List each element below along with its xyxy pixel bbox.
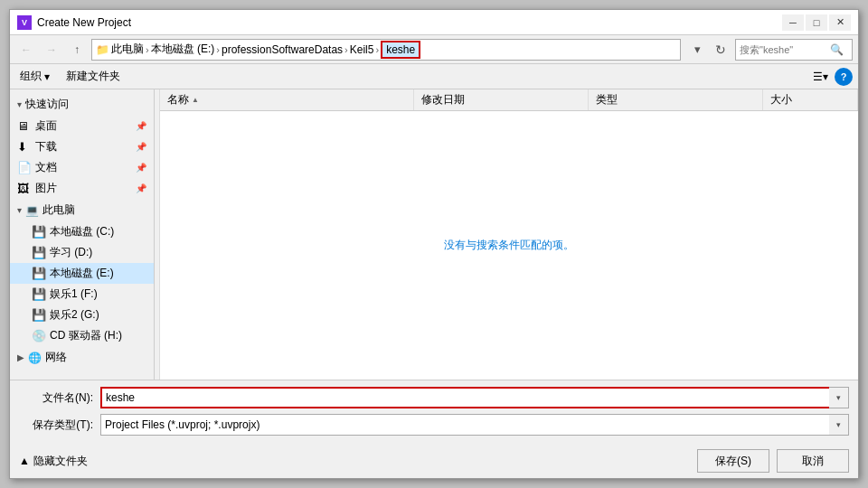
- column-date[interactable]: 修改日期: [414, 89, 589, 110]
- save-button[interactable]: 保存(S): [697, 449, 769, 473]
- entertainment-g-icon: 💾: [32, 308, 46, 322]
- sidebar-learning-d-label: 学习 (D:): [50, 245, 92, 260]
- filetype-select-wrapper: Project Files (*.uvproj; *.uvprojx) ▾: [100, 414, 849, 436]
- sidebar-this-pc-label: 此电脑: [42, 202, 75, 218]
- column-size[interactable]: 大小: [763, 89, 858, 110]
- sidebar-quick-access-header[interactable]: ▾ 快速访问: [10, 93, 154, 116]
- sidebar-network-label: 网络: [45, 350, 67, 365]
- sidebar-local-c-label: 本地磁盘 (C:): [50, 224, 114, 239]
- sidebar-entertainment-f-label: 娱乐1 (F:): [50, 286, 98, 302]
- learning-d-icon: 💾: [32, 246, 46, 259]
- footer: ▲ 隐藏文件夹 保存(S) 取消: [10, 446, 858, 478]
- folder-icon: 📁: [96, 43, 109, 56]
- dropdown-arrow-icon: ▾: [836, 393, 841, 402]
- cd-h-icon: 💿: [32, 329, 46, 343]
- sidebar-item-downloads[interactable]: ⬇ 下载 📌: [10, 136, 154, 157]
- close-button[interactable]: ✕: [829, 14, 851, 31]
- dropdown-icon: ▾: [694, 42, 701, 56]
- breadcrumb-locale[interactable]: 本地磁盘 (E:): [151, 42, 215, 57]
- sidebar-item-entertainment-g[interactable]: 💾 娱乐2 (G:): [10, 305, 154, 325]
- file-area: 名称 ▲ 修改日期 类型 大小 没有与搜索条件匹配的项。: [160, 89, 858, 380]
- nav-toolbar: ← → ↑ 📁 此电脑 › 本地磁盘 (E:) › professionSoft…: [10, 35, 858, 64]
- title-bar-left: V Create New Project: [17, 15, 131, 30]
- breadcrumb-profession[interactable]: professionSoftwareDatas: [222, 43, 343, 56]
- filetype-row: 保存类型(T): Project Files (*.uvproj; *.uvpr…: [19, 413, 849, 436]
- hide-folders-toggle[interactable]: ▲ 隐藏文件夹: [19, 454, 88, 469]
- search-box[interactable]: 🔍: [735, 39, 853, 61]
- sidebar-item-local-c[interactable]: 💾 本地磁盘 (C:): [10, 221, 154, 242]
- breadcrumb-sep4: ›: [375, 44, 379, 55]
- sidebar-pictures-label: 图片: [35, 181, 57, 196]
- bottom-form-area: 文件名(N): ▾ 保存类型(T): Project Files (*.uvpr…: [10, 380, 858, 446]
- help-button[interactable]: ?: [835, 68, 853, 86]
- breadcrumb-dropdown-button[interactable]: ▾: [688, 39, 706, 61]
- refresh-icon: ↻: [715, 42, 726, 57]
- up-icon: ↑: [74, 43, 80, 56]
- sidebar: ▾ 快速访问 🖥 桌面 📌 ⬇ 下载 📌 📄 文档 📌 🖼 图片 �: [10, 89, 155, 380]
- view-dropdown-icon: ▾: [823, 70, 828, 83]
- window-controls: ─ □ ✕: [782, 14, 851, 31]
- sidebar-item-desktop[interactable]: 🖥 桌面 📌: [10, 116, 154, 136]
- organize-dropdown-icon: ▾: [44, 70, 50, 83]
- new-folder-button[interactable]: 新建文件夹: [61, 66, 125, 87]
- refresh-button[interactable]: ↻: [710, 39, 731, 61]
- breadcrumb-thispc[interactable]: 此电脑: [111, 42, 144, 57]
- organize-button[interactable]: 组织 ▾: [15, 66, 54, 87]
- sidebar-item-learning-d[interactable]: 💾 学习 (D:): [10, 242, 154, 263]
- network-icon: 🌐: [28, 352, 42, 364]
- forward-icon: →: [46, 43, 57, 56]
- column-name[interactable]: 名称 ▲: [160, 89, 414, 110]
- breadcrumb-folder-icon: 📁: [96, 43, 109, 56]
- view-button[interactable]: ☰ ▾: [809, 67, 831, 87]
- sidebar-this-pc-header[interactable]: ▾ 💻 此电脑: [10, 199, 154, 221]
- filetype-select[interactable]: Project Files (*.uvproj; *.uvprojx): [100, 414, 849, 436]
- breadcrumb-sep1: ›: [146, 44, 149, 55]
- file-list-header: 名称 ▲ 修改日期 类型 大小: [160, 89, 858, 111]
- sidebar-item-entertainment-f[interactable]: 💾 娱乐1 (F:): [10, 284, 154, 305]
- toolbar2-left: 组织 ▾ 新建文件夹: [15, 66, 125, 87]
- documents-icon: 📄: [17, 161, 32, 174]
- sidebar-quick-access-label: 快速访问: [25, 97, 69, 112]
- expand-icon: ▾: [17, 99, 22, 109]
- window-title: Create New Project: [37, 16, 131, 29]
- breadcrumb[interactable]: 📁 此电脑 › 本地磁盘 (E:) › professionSoftwareDa…: [91, 39, 681, 61]
- footer-buttons: 保存(S) 取消: [697, 449, 849, 473]
- breadcrumb-keil5[interactable]: Keil5: [350, 43, 374, 56]
- filename-input-wrapper: ▾: [100, 387, 849, 408]
- this-pc-icon: 💻: [25, 204, 39, 217]
- filename-input[interactable]: [100, 387, 849, 408]
- cancel-button[interactable]: 取消: [777, 449, 849, 473]
- select-dropdown-icon: ▾: [836, 420, 841, 429]
- sidebar-item-local-e[interactable]: 💾 本地磁盘 (E:): [10, 263, 154, 284]
- sidebar-cd-h-label: CD 驱动器 (H:): [50, 328, 122, 343]
- empty-message: 没有与搜索条件匹配的项。: [444, 238, 574, 253]
- maximize-button[interactable]: □: [806, 14, 827, 31]
- breadcrumb-active[interactable]: keshe: [381, 41, 420, 59]
- pin-icon2: 📌: [136, 142, 146, 152]
- filetype-dropdown-button[interactable]: ▾: [829, 414, 849, 436]
- column-type[interactable]: 类型: [589, 89, 763, 110]
- minimize-button[interactable]: ─: [782, 14, 804, 31]
- sidebar-network-header[interactable]: ▶ 🌐 网络: [10, 346, 154, 369]
- local-c-icon: 💾: [32, 225, 46, 239]
- pin-icon4: 📌: [136, 183, 146, 193]
- search-input[interactable]: [740, 44, 830, 55]
- filename-label: 文件名(N):: [19, 390, 100, 406]
- filetype-label: 保存类型(T):: [19, 418, 100, 433]
- sidebar-item-pictures[interactable]: 🖼 图片 📌: [10, 178, 154, 199]
- forward-button[interactable]: →: [41, 39, 62, 61]
- up-button[interactable]: ↑: [66, 39, 88, 61]
- back-button[interactable]: ←: [15, 39, 37, 61]
- back-icon: ←: [21, 43, 32, 56]
- pin-icon: 📌: [136, 121, 146, 131]
- sidebar-item-documents[interactable]: 📄 文档 📌: [10, 157, 154, 178]
- filename-dropdown-button[interactable]: ▾: [829, 387, 849, 408]
- pin-icon3: 📌: [136, 163, 146, 173]
- desktop-icon: 🖥: [17, 119, 32, 133]
- app-icon: V: [17, 15, 32, 30]
- sidebar-entertainment-g-label: 娱乐2 (G:): [50, 307, 99, 323]
- sidebar-downloads-label: 下载: [35, 139, 57, 155]
- sidebar-desktop-label: 桌面: [35, 118, 57, 134]
- sidebar-local-e-label: 本地磁盘 (E:): [50, 266, 114, 281]
- sidebar-item-cd-h[interactable]: 💿 CD 驱动器 (H:): [10, 325, 154, 346]
